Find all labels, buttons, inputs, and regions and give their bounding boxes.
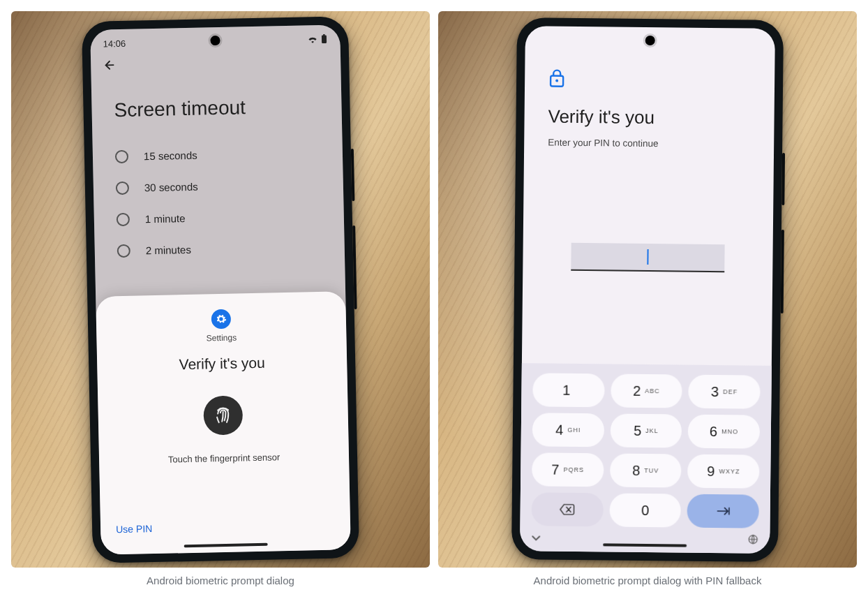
camera-hole <box>645 35 655 45</box>
fingerprint-icon <box>212 404 234 426</box>
phone-screen-left: 14:06 Screen timeout 15 seconds <box>90 24 351 554</box>
chevron-down-icon[interactable] <box>531 532 541 545</box>
key-8[interactable]: 8TUV <box>610 453 682 487</box>
radio-icon <box>117 244 130 257</box>
key-0[interactable]: 0 <box>609 493 681 527</box>
verify-title: Verify it's you <box>548 105 750 129</box>
timeout-option-label: 30 seconds <box>144 180 198 193</box>
timeout-option-label: 2 minutes <box>146 243 191 256</box>
back-arrow-icon[interactable] <box>100 63 116 75</box>
timeout-option-label: 15 seconds <box>144 149 197 162</box>
timeout-option-label: 1 minute <box>145 212 186 225</box>
sheet-title: Verify it's you <box>179 354 265 373</box>
figure-left: 14:06 Screen timeout 15 seconds <box>11 11 430 568</box>
battery-icon <box>320 34 327 43</box>
timeout-option[interactable]: 30 seconds <box>115 168 329 203</box>
numeric-keypad: 1 2ABC 3DEF 4GHI 5JKL 6MNO 7PQRS 8TUV 9W… <box>520 363 772 554</box>
svg-point-3 <box>555 79 558 82</box>
text-cursor <box>647 249 648 264</box>
radio-icon <box>117 212 130 225</box>
timeout-option[interactable]: 1 minute <box>116 199 330 235</box>
pin-input[interactable] <box>571 242 724 272</box>
phone-frame-right: Verify it's you Enter your PIN to contin… <box>511 17 784 562</box>
sheet-hint: Touch the fingerprint sensor <box>168 452 280 464</box>
timeout-option[interactable]: 15 seconds <box>115 136 329 172</box>
status-time: 14:06 <box>103 38 126 49</box>
page-title: Screen timeout <box>114 94 328 121</box>
key-6[interactable]: 6MNO <box>688 414 760 448</box>
figure-caption-right: Android biometric prompt dialog with PIN… <box>438 575 857 586</box>
key-9[interactable]: 9WXYZ <box>687 454 759 488</box>
fingerprint-sensor[interactable] <box>203 395 243 435</box>
figure-right: Verify it's you Enter your PIN to contin… <box>438 11 857 568</box>
key-7[interactable]: 7PQRS <box>532 452 604 487</box>
figure-caption-left: Android biometric prompt dialog <box>11 575 430 586</box>
key-2[interactable]: 2ABC <box>611 374 682 408</box>
key-1[interactable]: 1 <box>532 373 604 407</box>
phone-frame-left: 14:06 Screen timeout 15 seconds <box>82 16 359 563</box>
lock-icon <box>548 77 565 89</box>
phone-side-button <box>781 153 785 205</box>
radio-icon <box>115 149 128 163</box>
settings-gear-icon <box>211 309 232 329</box>
use-pin-button[interactable]: Use PIN <box>116 523 152 535</box>
nav-handle[interactable] <box>603 543 687 547</box>
key-5[interactable]: 5JKL <box>610 413 682 448</box>
phone-screen-right: Verify it's you Enter your PIN to contin… <box>520 26 775 554</box>
biometric-bottom-sheet: Settings Verify it's you Touch the finge… <box>96 291 351 554</box>
backspace-icon <box>560 503 575 515</box>
svg-rect-0 <box>322 35 327 43</box>
timeout-option[interactable]: 2 minutes <box>117 230 331 266</box>
key-enter[interactable] <box>687 494 759 528</box>
radio-icon <box>116 181 129 194</box>
key-4[interactable]: 4GHI <box>532 413 604 447</box>
sheet-app-name: Settings <box>207 332 237 343</box>
key-backspace[interactable] <box>531 492 603 526</box>
globe-icon[interactable] <box>747 533 758 547</box>
verify-subtitle: Enter your PIN to continue <box>548 137 750 149</box>
camera-hole <box>210 35 220 45</box>
wifi-icon <box>307 35 317 43</box>
svg-rect-1 <box>323 34 325 35</box>
key-3[interactable]: 3DEF <box>689 374 761 408</box>
enter-arrow-icon <box>715 506 731 516</box>
